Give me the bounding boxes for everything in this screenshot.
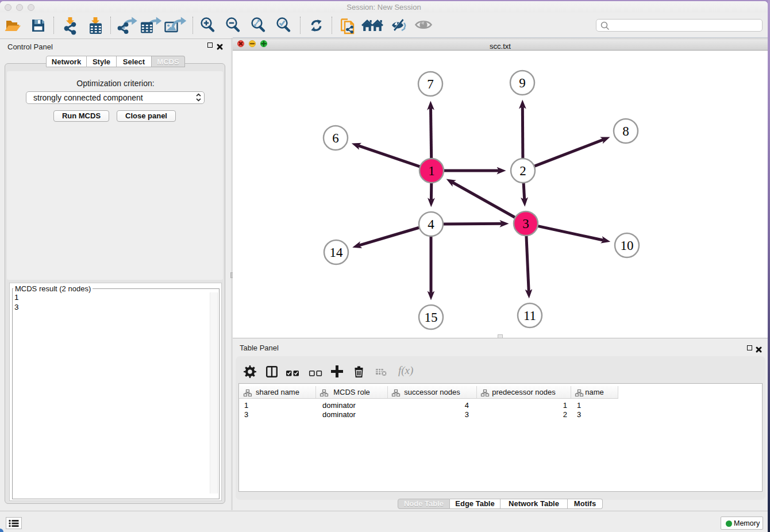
svg-text:11: 11 bbox=[523, 309, 536, 323]
svg-text:4: 4 bbox=[428, 217, 434, 232]
svg-text:6: 6 bbox=[332, 131, 339, 145]
svg-text:14: 14 bbox=[330, 245, 344, 260]
svg-text:2: 2 bbox=[519, 164, 526, 178]
svg-text:1: 1 bbox=[428, 164, 435, 178]
svg-text:9: 9 bbox=[519, 76, 526, 90]
svg-text:15: 15 bbox=[425, 310, 438, 325]
svg-text:8: 8 bbox=[622, 124, 629, 138]
svg-text:7: 7 bbox=[427, 77, 434, 91]
svg-text:3: 3 bbox=[522, 217, 529, 231]
svg-text:10: 10 bbox=[621, 238, 634, 253]
